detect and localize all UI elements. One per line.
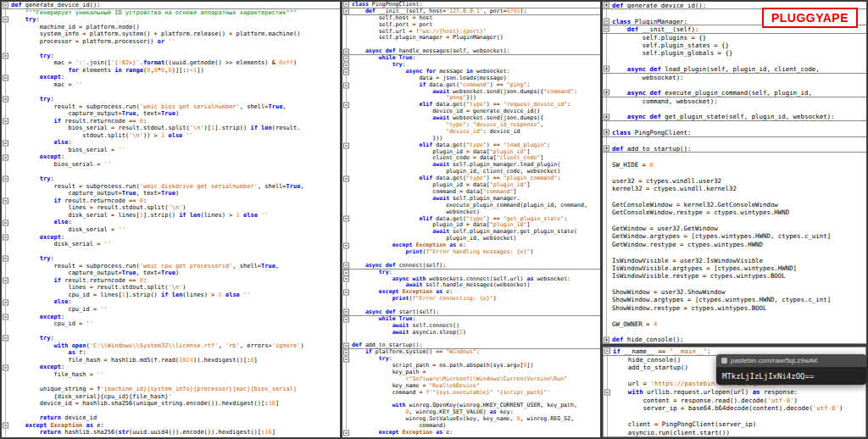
- fold-marker[interactable]: [604, 3, 609, 8]
- fold-marker[interactable]: [343, 357, 349, 363]
- fold-marker[interactable]: [604, 336, 609, 342]
- fold-gutter-cell: [603, 201, 612, 208]
- fold-marker[interactable]: [604, 66, 609, 72]
- fold-marker[interactable]: [343, 350, 349, 356]
- fold-gutter-cell: [342, 289, 352, 296]
- code-line: with open('C:\\Windows\\System32\\licens…: [2, 342, 340, 350]
- fold-marker[interactable]: [604, 130, 609, 136]
- fold-marker[interactable]: [343, 430, 349, 436]
- fold-marker[interactable]: [3, 176, 8, 182]
- fold-marker[interactable]: [3, 299, 8, 305]
- fold-gutter-cell: [603, 288, 612, 296]
- fold-marker[interactable]: [3, 154, 8, 160]
- code-line: [2, 378, 340, 386]
- fold-gutter-cell: [2, 429, 11, 436]
- fold-marker[interactable]: [343, 103, 349, 108]
- fold-gutter-cell: [342, 182, 352, 189]
- fold-gutter-cell: [603, 2, 612, 8]
- fold-marker[interactable]: [343, 48, 349, 54]
- fold-marker[interactable]: [343, 82, 349, 88]
- pane-generate-device-id[interactable]: def generate_device_id(): """Генерирует …: [2, 2, 340, 437]
- fold-gutter-cell: [2, 248, 11, 256]
- code-line: try:: [342, 270, 600, 276]
- fold-marker[interactable]: [3, 119, 8, 125]
- code-line: [2, 89, 340, 97]
- fold-gutter-cell: [604, 420, 613, 429]
- code-line: except Exception as e:: [342, 430, 600, 436]
- fold-marker[interactable]: [3, 364, 8, 370]
- fold-marker[interactable]: [343, 56, 349, 62]
- code-line: [603, 153, 866, 160]
- fold-marker[interactable]: [604, 90, 609, 96]
- fold-marker[interactable]: [604, 146, 609, 152]
- code-line: while True:: [342, 55, 600, 62]
- fold-marker[interactable]: [3, 97, 8, 103]
- fold-gutter-cell: [342, 309, 352, 315]
- code-line: plugin_id = data["plugin_id"]: [342, 222, 600, 229]
- fold-marker[interactable]: [3, 422, 8, 428]
- code-line: file_hash = '': [2, 371, 340, 379]
- code-line: disk_serial = lines[1].strip() if len(li…: [2, 212, 340, 220]
- fold-marker[interactable]: [3, 75, 8, 81]
- pane-pingpong-client[interactable]: class PingPongClient: def __init__(self,…: [342, 2, 600, 437]
- code-line: elif data.get("type") == "plugin_command…: [342, 175, 600, 182]
- fold-marker[interactable]: [343, 290, 349, 296]
- fold-marker[interactable]: [343, 270, 349, 275]
- code-line: [2, 45, 340, 53]
- fold-marker[interactable]: [343, 309, 349, 315]
- fold-marker[interactable]: [3, 256, 8, 262]
- fold-marker[interactable]: [3, 336, 8, 342]
- fold-marker[interactable]: [3, 53, 8, 59]
- fold-gutter-cell: [603, 241, 612, 248]
- fold-marker[interactable]: [343, 216, 349, 222]
- fold-marker[interactable]: [343, 342, 349, 348]
- fold-marker[interactable]: [343, 276, 349, 282]
- fold-marker[interactable]: [3, 2, 8, 8]
- fold-gutter-cell: [603, 296, 612, 303]
- fold-marker[interactable]: [604, 389, 610, 395]
- fold-marker[interactable]: [3, 17, 8, 23]
- pane-plugin-manager-overview[interactable]: def generate_device_id():class PluginMan…: [603, 2, 866, 344]
- fold-marker[interactable]: [343, 62, 349, 68]
- fold-gutter-cell: [2, 212, 11, 220]
- fold-gutter-cell: [342, 29, 352, 36]
- fold-marker[interactable]: [3, 140, 8, 146]
- pastebin-url-bar[interactable]: pastebin.com/raw/5qLz9wAK: [716, 354, 866, 367]
- fold-marker[interactable]: [604, 114, 609, 119]
- fold-gutter-cell: [2, 349, 11, 357]
- fold-gutter-cell: [603, 18, 612, 25]
- fold-marker[interactable]: [343, 142, 349, 148]
- code-line: bios_serial = '': [2, 161, 340, 169]
- code-line: content = response.read().decode('utf-8'…: [604, 397, 865, 405]
- fold-marker[interactable]: [604, 26, 609, 32]
- code-line: """Генерирует уникальный ID устройства н…: [2, 9, 340, 17]
- fold-gutter-cell: [342, 376, 352, 383]
- fold-marker[interactable]: [343, 8, 349, 14]
- fold-gutter-cell: [2, 378, 11, 386]
- code-line: [603, 248, 866, 256]
- fold-marker[interactable]: [343, 2, 349, 8]
- fold-marker[interactable]: [3, 234, 8, 240]
- code-line: [603, 328, 866, 336]
- fold-marker[interactable]: [604, 348, 610, 354]
- fold-marker[interactable]: [3, 198, 8, 204]
- fold-gutter-cell: [342, 136, 352, 142]
- fold-marker[interactable]: [343, 316, 349, 322]
- fold-marker[interactable]: [604, 18, 609, 24]
- fold-marker[interactable]: [343, 176, 349, 182]
- fold-gutter-cell: [342, 95, 352, 102]
- fold-gutter-cell: [2, 103, 11, 111]
- fold-marker[interactable]: [343, 69, 349, 75]
- fold-marker[interactable]: [3, 220, 8, 225]
- code-line: plugin_id = data["plugin_id"]: [342, 182, 600, 189]
- fold-marker[interactable]: [3, 278, 8, 284]
- fold-gutter-cell: [342, 69, 352, 75]
- code-line: kernel32 = ctypes.windll.kernel32: [603, 185, 866, 192]
- fold-marker[interactable]: [343, 243, 349, 249]
- fold-marker[interactable]: [343, 263, 349, 269]
- fold-gutter-cell: [342, 82, 352, 89]
- fold-gutter-cell: [342, 242, 352, 249]
- code-line: try:: [342, 62, 600, 69]
- fold-marker[interactable]: [3, 314, 8, 320]
- code-line: IsWindowVisible = user32.IsWindowVisible: [603, 257, 866, 264]
